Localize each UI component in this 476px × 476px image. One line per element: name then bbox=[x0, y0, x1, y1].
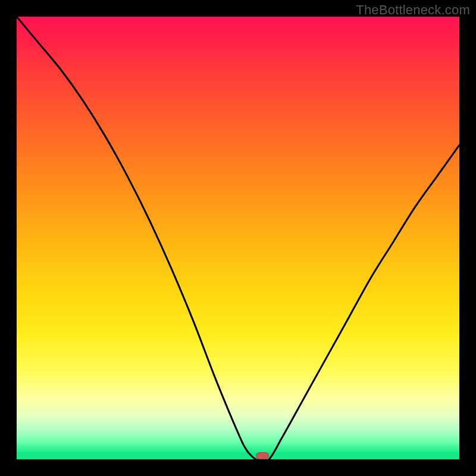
plot-area bbox=[17, 17, 459, 459]
bottleneck-curve bbox=[17, 17, 459, 459]
chart-frame: TheBottleneck.com bbox=[0, 0, 476, 476]
watermark-text: TheBottleneck.com bbox=[356, 2, 470, 18]
optimal-point-marker bbox=[256, 452, 269, 459]
